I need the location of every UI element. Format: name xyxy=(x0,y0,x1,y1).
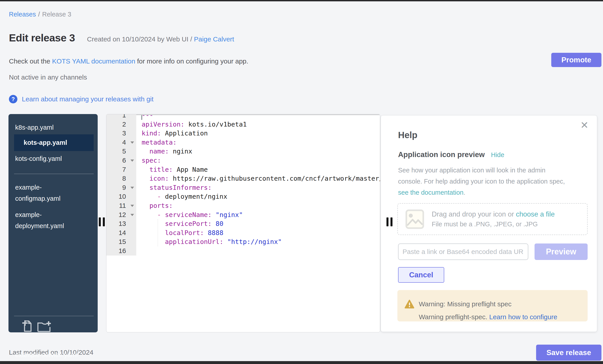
file-item-example-configmap-yaml[interactable]: example-configmap.yaml xyxy=(9,182,98,204)
code-text: localPort: 8888 xyxy=(136,228,380,237)
fold-arrow-icon[interactable] xyxy=(130,214,134,216)
file-tree-sidebar: k8s-app.yamlkots-app.yamlkots-config.yam… xyxy=(9,114,98,332)
help-body-line2: console. For help adding your icon to th… xyxy=(398,178,565,185)
warning-detail: Warning preflight-spec. Learn how to con… xyxy=(419,313,557,321)
code-text: apiVersion: kots.io/v1beta1 xyxy=(136,120,380,129)
code-line[interactable]: 7 title: App Name xyxy=(106,165,380,174)
see-documentation-link[interactable]: see the documentation xyxy=(398,189,464,196)
code-text: statusInformers: xyxy=(136,183,380,192)
text-cursor xyxy=(141,115,142,120)
file-item-kots-config-yaml[interactable]: kots-config.yaml xyxy=(9,151,98,166)
line-number: 8 xyxy=(106,174,136,183)
git-learn-row: ? Learn about managing your releases wit… xyxy=(9,95,153,103)
line-number: 9 xyxy=(106,183,136,192)
dropzone-subtext: File must be a .PNG, .JPEG, or .JPG xyxy=(432,221,555,228)
line-number: 7 xyxy=(106,165,136,174)
fold-arrow-icon[interactable] xyxy=(130,187,134,189)
breadcrumb-current: Release 3 xyxy=(42,11,71,18)
help-body-line1: See how your application icon will look … xyxy=(398,167,545,174)
help-title: Help xyxy=(398,130,417,140)
preview-button[interactable]: Preview xyxy=(534,243,588,260)
file-item-k8s-app-yaml[interactable]: k8s-app.yaml xyxy=(9,120,98,134)
code-line[interactable]: 8 icon: https://raw.githubusercontent.co… xyxy=(106,174,380,183)
save-release-button[interactable]: Save release xyxy=(536,345,602,361)
code-text xyxy=(136,246,380,255)
file-item-example-service-yaml[interactable]: example-service.yaml xyxy=(9,349,98,360)
dropzone-text: Drag and drop your icon or choose a file xyxy=(432,210,555,218)
file-item-example-deployment-yaml[interactable]: example-deployment.yaml xyxy=(9,209,98,232)
pane-resize-handle-right[interactable] xyxy=(386,217,388,226)
line-number: 1 xyxy=(106,114,136,120)
pane-resize-handle-right[interactable] xyxy=(391,217,393,226)
code-line[interactable]: 15 applicationUrl: "http://nginx" xyxy=(106,237,380,246)
code-text: icon: https://raw.githubusercontent.com/… xyxy=(136,174,380,183)
code-text: servicePort: 80 xyxy=(136,219,380,228)
fold-arrow-icon[interactable] xyxy=(130,159,134,162)
line-number: 6 xyxy=(106,156,136,165)
code-line[interactable]: 11 ports: xyxy=(106,201,380,210)
promote-button[interactable]: Promote xyxy=(551,53,602,67)
code-text: - serviceName: "nginx" xyxy=(136,210,380,220)
cancel-button[interactable]: Cancel xyxy=(398,267,444,283)
code-line[interactable]: 16 xyxy=(106,246,380,255)
window-chrome-bottom xyxy=(0,361,603,364)
line-number: 12 xyxy=(106,210,136,220)
code-text: applicationUrl: "http://nginx" xyxy=(136,237,380,246)
help-body-line3: see the documentation. xyxy=(398,189,465,196)
fold-arrow-icon[interactable] xyxy=(130,142,134,144)
code-line[interactable]: 9 statusInformers: xyxy=(106,183,380,192)
new-file-icon[interactable] xyxy=(22,320,32,332)
code-line[interactable]: 4metadata: xyxy=(106,138,380,147)
learn-configure-link[interactable]: Learn how to configure xyxy=(489,313,557,320)
window-chrome-top xyxy=(0,0,603,1)
code-text: spec: xyxy=(136,156,380,165)
code-line[interactable]: 3kind: Application xyxy=(106,129,380,138)
pane-resize-handle-left[interactable] xyxy=(99,217,101,226)
code-line[interactable]: 5 name: nginx xyxy=(106,147,380,156)
fold-arrow-icon[interactable] xyxy=(130,205,134,207)
code-line[interactable]: 10 - deployment/nginx xyxy=(106,192,380,201)
icon-dropzone[interactable]: Drag and drop your icon or choose a file… xyxy=(397,203,588,235)
breadcrumb-releases-link[interactable]: Releases xyxy=(9,11,36,18)
breadcrumb: Releases/Release 3 xyxy=(9,11,71,18)
icon-preview-section-title: Application icon preview xyxy=(398,150,485,159)
kots-yaml-doc-link[interactable]: KOTS YAML documentation xyxy=(52,57,135,65)
close-icon[interactable]: ✕ xyxy=(580,120,589,130)
code-line[interactable]: 12 - serviceName: "nginx" xyxy=(106,210,380,220)
choose-file-link[interactable]: choose a file xyxy=(516,210,555,218)
pane-resize-handle-left[interactable] xyxy=(103,217,105,226)
code-line[interactable]: 1--- xyxy=(106,114,380,120)
line-number: 13 xyxy=(106,219,136,228)
code-text: - deployment/nginx xyxy=(136,192,380,201)
code-rows: 1---2apiVersion: kots.io/v1beta13kind: A… xyxy=(106,114,380,255)
line-number: 16 xyxy=(106,246,136,255)
file-item-kots-app-yaml[interactable]: kots-app.yaml xyxy=(14,134,94,151)
breadcrumb-separator: / xyxy=(38,11,40,18)
image-placeholder-icon xyxy=(406,210,424,229)
help-panel: ✕ Help Application icon preview Hide See… xyxy=(381,115,597,332)
new-folder-icon[interactable] xyxy=(37,320,51,332)
line-number: 3 xyxy=(106,129,136,138)
code-text: ports: xyxy=(136,201,380,210)
preflight-warning-box: Warning: Missing preflight spec Warning … xyxy=(397,290,588,321)
hide-link[interactable]: Hide xyxy=(491,151,504,159)
git-learn-link[interactable]: Learn about managing your releases with … xyxy=(22,95,153,103)
code-text: metadata: xyxy=(136,138,380,147)
line-number: 10 xyxy=(106,192,136,201)
line-number: 11 xyxy=(106,201,136,210)
code-line[interactable]: 14 localPort: 8888 xyxy=(106,228,380,237)
code-line[interactable]: 2apiVersion: kots.io/v1beta1 xyxy=(106,120,380,129)
code-line[interactable]: 13 servicePort: 80 xyxy=(106,219,380,228)
author-link[interactable]: Paige Calvert xyxy=(194,35,234,43)
channel-status: Not active in any channels xyxy=(9,74,87,81)
yaml-editor[interactable]: 1---2apiVersion: kots.io/v1beta13kind: A… xyxy=(106,114,380,332)
code-text: title: App Name xyxy=(136,165,380,174)
doc-hint-line: Check out the KOTS YAML documentation fo… xyxy=(9,57,248,65)
line-number: 2 xyxy=(106,120,136,129)
code-text: kind: Application xyxy=(136,129,380,138)
icon-url-input[interactable] xyxy=(398,243,528,260)
warning-triangle-icon xyxy=(405,299,414,309)
line-number: 15 xyxy=(106,237,136,246)
code-line[interactable]: 6spec: xyxy=(106,156,380,165)
code-text: --- xyxy=(136,114,380,120)
